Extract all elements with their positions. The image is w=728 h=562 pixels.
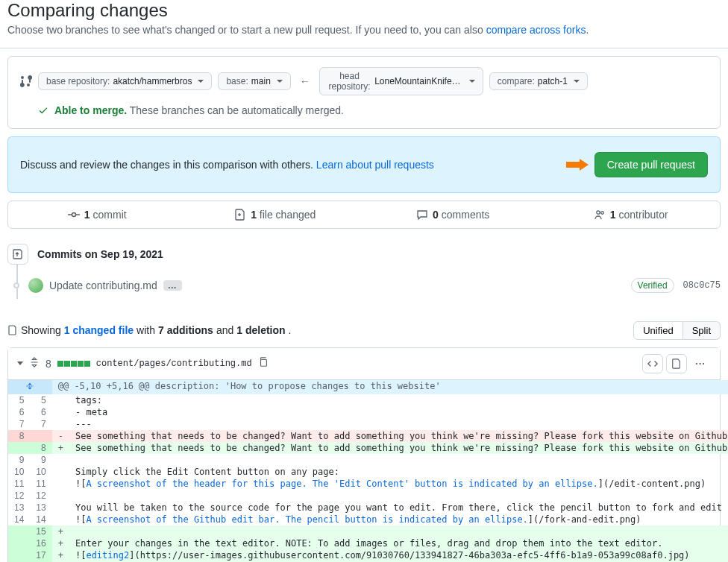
old-line-num[interactable]: 8 <box>8 430 30 442</box>
old-line-num[interactable]: 12 <box>8 490 30 502</box>
diff-marker <box>52 466 69 478</box>
diff-summary-bar: Showing 1 changed file with 7 additions … <box>7 321 721 340</box>
new-line-num[interactable]: 17 <box>30 549 51 561</box>
new-line-num[interactable]: 5 <box>30 394 51 406</box>
commit-expand-button[interactable]: … <box>163 280 182 291</box>
old-line-num[interactable]: 9 <box>8 454 30 466</box>
old-line-num[interactable]: 7 <box>8 418 30 430</box>
comments-stat[interactable]: 0 comments <box>364 201 542 228</box>
avatar[interactable] <box>28 278 43 293</box>
period: . <box>289 324 292 336</box>
comparison-stats: 1 commit 1 file changed 0 comments 1 con… <box>7 201 721 229</box>
commits-stat[interactable]: 1 commit <box>8 201 186 228</box>
diff-line: ![editing2](https://user-images.githubus… <box>69 549 728 561</box>
new-line-num[interactable]: 7 <box>30 418 51 430</box>
caret-down-icon <box>574 80 580 83</box>
head-repo-selector[interactable]: head repository: LoneMountainKnifeCo/ham… <box>319 67 483 95</box>
split-view-button[interactable]: Split <box>683 321 721 340</box>
base-branch-selector[interactable]: base: main <box>218 72 290 90</box>
diff-line <box>69 490 728 502</box>
commit-icon <box>68 209 80 221</box>
file-diff-icon <box>234 209 246 221</box>
head-repo-value: LoneMountainKnifeCo/hamme... <box>374 76 463 86</box>
new-line-num[interactable]: 16 <box>30 537 51 549</box>
new-line-num[interactable]: 13 <box>30 502 51 514</box>
compare-across-forks-link[interactable]: compare across forks <box>486 24 586 36</box>
changed-files-link[interactable]: 1 changed file <box>64 324 134 336</box>
commits-label: commit <box>90 209 127 221</box>
merge-detail-text: These branches can be automatically merg… <box>127 104 344 116</box>
comment-icon <box>416 209 428 221</box>
caret-down-icon <box>469 80 475 83</box>
commits-timeline: Commits on Sep 19, 2021 Update contribut… <box>7 244 721 299</box>
subtitle-period: . <box>586 24 589 36</box>
diffstat-blocks <box>57 361 90 367</box>
check-icon <box>38 106 51 118</box>
files-label: file changed <box>257 209 316 221</box>
base-label: base: <box>226 76 248 86</box>
new-line-num[interactable] <box>30 430 51 442</box>
file-path[interactable]: content/pages/contributing.md <box>96 359 252 369</box>
diff-table: @@ -5,10 +5,16 @@ description: 'How to p… <box>8 380 728 562</box>
old-line-num[interactable]: 6 <box>8 406 30 418</box>
diff-marker: + <box>52 525 69 537</box>
files-changed-stat[interactable]: 1 file changed <box>186 201 365 228</box>
head-repo-label: head repository: <box>327 71 371 92</box>
diff-marker <box>52 406 69 418</box>
compare-value: patch-1 <box>538 76 568 86</box>
old-line-num[interactable]: 14 <box>8 514 30 525</box>
old-line-num[interactable] <box>8 537 30 549</box>
file-menu-button[interactable]: ··· <box>690 354 711 373</box>
old-line-num[interactable]: 11 <box>8 478 30 490</box>
caret-down-icon <box>198 80 204 83</box>
expand-all-icon[interactable] <box>29 357 40 370</box>
new-line-num[interactable]: 15 <box>30 525 51 537</box>
expand-hunk-button[interactable] <box>8 380 52 394</box>
old-line-num[interactable] <box>8 549 30 561</box>
diff-line <box>69 525 728 537</box>
able-to-merge-text: Able to merge. <box>54 104 127 116</box>
diff-line: ![A screenshot of the header for this pa… <box>69 478 728 490</box>
commit-title-link[interactable]: Update contributing.md <box>49 280 157 291</box>
create-pull-request-button[interactable]: Create pull request <box>594 152 708 177</box>
new-line-num[interactable]: 6 <box>30 406 51 418</box>
merge-status: Able to merge. These branches can be aut… <box>20 104 708 118</box>
svg-point-6 <box>597 211 600 214</box>
diff-marker <box>52 478 69 490</box>
new-line-num[interactable]: 12 <box>30 490 51 502</box>
diff-marker: + <box>52 549 69 561</box>
collapse-file-button[interactable] <box>17 361 23 365</box>
diff-line: You will be taken to the source code for… <box>69 502 728 514</box>
learn-pull-requests-link[interactable]: Learn about pull requests <box>316 159 434 171</box>
base-repo-label: base repository: <box>46 76 110 86</box>
old-line-num[interactable]: 5 <box>8 394 30 406</box>
diff-line: tags: <box>69 394 728 406</box>
comments-count: 0 <box>433 209 439 221</box>
commits-date-header: Commits on Sep 19, 2021 <box>37 248 163 260</box>
new-line-num[interactable]: 9 <box>30 454 51 466</box>
copy-path-button[interactable] <box>258 357 269 370</box>
diff-marker <box>52 490 69 502</box>
new-line-num[interactable]: 11 <box>30 478 51 490</box>
old-line-num[interactable]: 10 <box>8 466 30 478</box>
diff-line: Enter your changes in the text editor. N… <box>69 537 728 549</box>
compare-label: compare: <box>498 76 535 86</box>
old-line-num[interactable] <box>8 442 30 454</box>
unified-view-button[interactable]: Unified <box>633 321 682 340</box>
view-file-button[interactable] <box>666 354 687 373</box>
new-line-num[interactable]: 10 <box>30 466 51 478</box>
compare-branch-selector[interactable]: compare: patch-1 <box>489 72 588 90</box>
contributors-stat[interactable]: 1 contributor <box>542 201 721 228</box>
base-repo-selector[interactable]: base repository: akatch/hammerbros <box>38 72 212 90</box>
diff-line: See something that needs to be changed? … <box>69 442 728 454</box>
new-line-num[interactable]: 14 <box>30 514 51 525</box>
old-line-num[interactable]: 13 <box>8 502 30 514</box>
diff-marker <box>52 454 69 466</box>
new-line-num[interactable]: 8 <box>30 442 51 454</box>
old-line-num[interactable] <box>8 525 30 537</box>
verified-badge[interactable]: Verified <box>631 278 674 293</box>
commit-sha[interactable]: 08c0c75 <box>683 280 721 291</box>
view-source-button[interactable] <box>642 354 663 373</box>
comments-label: comments <box>439 209 489 221</box>
diff-line: - meta <box>69 406 728 418</box>
